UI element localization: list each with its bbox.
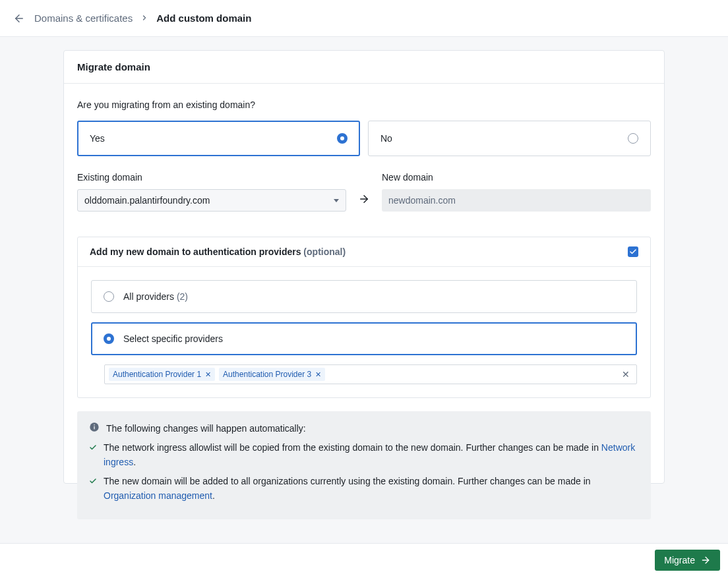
info-row2-a: The new domain will be added to all orga… (104, 476, 591, 486)
arrow-right-icon (700, 555, 711, 565)
auth-card-header: Add my new domain to authentication prov… (78, 237, 650, 267)
auth-enabled-checkbox[interactable] (628, 246, 638, 257)
new-domain-label: New domain (382, 172, 651, 183)
info-panel: The following changes will happen automa… (77, 411, 651, 519)
clear-tags-icon[interactable]: ✕ (619, 369, 632, 380)
arrow-right-icon (358, 177, 370, 207)
all-providers-count: (2) (177, 291, 188, 302)
domain-row: Existing domain olddomain.palantirfoundr… (77, 172, 651, 212)
footer: Migrate (0, 543, 728, 576)
provider-tag-label: Authentication Provider 3 (223, 370, 311, 379)
caret-down-icon (334, 199, 339, 202)
info-text: The network ingress allowlist will be co… (104, 441, 639, 469)
specific-providers-label: Select specific providers (123, 333, 223, 344)
auth-optional: (optional) (301, 246, 346, 257)
migrate-button-label: Migrate (664, 555, 695, 565)
all-providers-option[interactable]: All providers (2) (91, 280, 637, 313)
remove-tag-icon[interactable]: ✕ (315, 371, 321, 378)
migrate-section: Are you migrating from an existing domai… (64, 84, 664, 218)
migrate-radio-row: Yes No (77, 121, 651, 156)
provider-tag: Authentication Provider 1 ✕ (109, 368, 215, 381)
svg-rect-3 (94, 426, 94, 430)
remove-tag-icon[interactable]: ✕ (205, 371, 211, 378)
breadcrumb-parent[interactable]: Domains & certificates (34, 13, 133, 24)
provider-tag: Authentication Provider 3 ✕ (219, 368, 325, 381)
migrate-question: Are you migrating from an existing domai… (77, 100, 651, 110)
info-row1-a: The network ingress allowlist will be co… (104, 442, 601, 453)
breadcrumb-current: Add custom domain (156, 13, 251, 24)
info-text: The new domain will be added to all orga… (104, 475, 639, 503)
auth-card-body: All providers (2) Select specific provid… (78, 267, 650, 397)
check-icon (89, 444, 97, 451)
specific-providers-option[interactable]: Select specific providers (91, 322, 637, 355)
chevron-right-icon (140, 13, 148, 24)
check-icon (89, 477, 97, 485)
back-arrow-icon[interactable] (13, 13, 25, 24)
auth-providers-card: Add my new domain to authentication prov… (77, 237, 651, 398)
page-header: Domains & certificates Add custom domain (0, 0, 728, 37)
page-body: Migrate domain Are you migrating from an… (0, 37, 728, 543)
info-row2-b: . (212, 490, 215, 501)
info-heading: The following changes will happen automa… (106, 423, 306, 434)
existing-domain-col: Existing domain olddomain.palantirfoundr… (77, 172, 346, 212)
migrate-button[interactable]: Migrate (655, 550, 720, 571)
breadcrumb: Domains & certificates Add custom domain (34, 13, 251, 24)
all-providers-label: All providers (123, 291, 177, 302)
provider-tag-label: Authentication Provider 1 (113, 370, 201, 379)
svg-rect-4 (94, 424, 94, 425)
providers-tag-input[interactable]: Authentication Provider 1 ✕ Authenticati… (104, 364, 637, 384)
yes-label: Yes (90, 133, 105, 144)
existing-domain-select[interactable]: olddomain.palantirfoundry.com (77, 189, 346, 212)
radio-unchecked-icon (104, 291, 114, 302)
migrate-no-option[interactable]: No (368, 121, 651, 156)
new-domain-input[interactable]: newdomain.com (382, 189, 651, 212)
existing-domain-value: olddomain.palantirfoundry.com (84, 195, 210, 206)
card-title: Migrate domain (64, 51, 664, 84)
radio-unchecked-icon (628, 133, 638, 144)
auth-title: Add my new domain to authentication prov… (90, 246, 301, 257)
info-row1-b: . (133, 457, 136, 467)
org-management-link[interactable]: Organization management (104, 490, 212, 501)
migrate-card: Migrate domain Are you migrating from an… (63, 50, 665, 484)
info-icon (89, 422, 100, 434)
new-domain-col: New domain newdomain.com (382, 172, 651, 212)
radio-checked-icon (104, 333, 114, 344)
no-label: No (380, 133, 392, 144)
existing-domain-label: Existing domain (77, 172, 346, 183)
radio-checked-icon (337, 133, 348, 144)
migrate-yes-option[interactable]: Yes (77, 121, 360, 156)
new-domain-value: newdomain.com (388, 195, 456, 206)
